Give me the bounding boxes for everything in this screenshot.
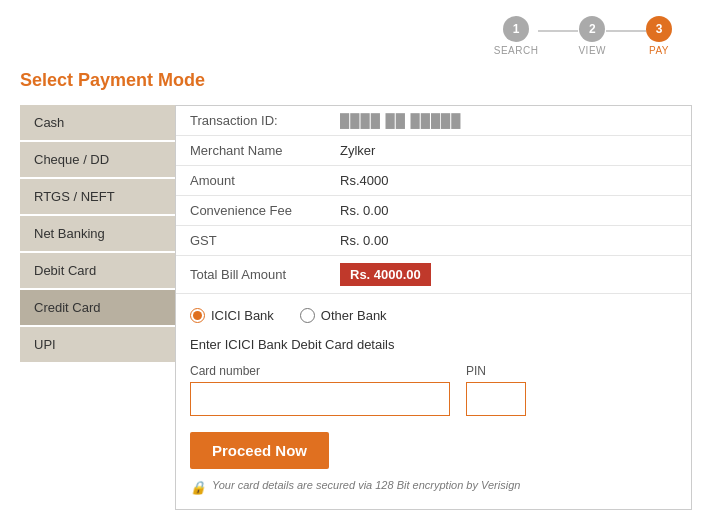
step-circle-pay: 3	[646, 16, 672, 42]
content-panel: Transaction ID: ████ ██ █████ Merchant N…	[175, 105, 692, 510]
pin-group: PIN	[466, 364, 526, 416]
sidebar-item-netbanking[interactable]: Net Banking	[20, 216, 175, 251]
amount-value: Rs.4000	[326, 166, 691, 196]
radio-other-label: Other Bank	[321, 308, 387, 323]
step-label-pay: PAY	[649, 45, 669, 56]
transaction-table: Transaction ID: ████ ██ █████ Merchant N…	[176, 106, 691, 294]
sidebar-item-cash[interactable]: Cash	[20, 105, 175, 140]
payment-form-area: ICICI Bank Other Bank Enter ICICI Bank D…	[176, 294, 691, 509]
table-row-amount: Amount Rs.4000	[176, 166, 691, 196]
pin-label: PIN	[466, 364, 526, 378]
step-search: 1 SEARCH	[494, 16, 539, 56]
transaction-id-value: ████ ██ █████	[326, 106, 691, 136]
steps-bar: 1 SEARCH 2 VIEW 3 PAY	[20, 16, 692, 56]
table-row-total: Total Bill Amount Rs. 4000.00	[176, 256, 691, 294]
merchant-value: Zylker	[326, 136, 691, 166]
sidebar-item-cheque[interactable]: Cheque / DD	[20, 142, 175, 177]
pin-input[interactable]	[466, 382, 526, 416]
total-label: Total Bill Amount	[176, 256, 326, 294]
radio-other[interactable]	[300, 308, 315, 323]
step-view: 2 VIEW	[578, 16, 606, 56]
fields-row: Card number PIN	[190, 364, 677, 416]
step-pay: 3 PAY	[646, 16, 672, 56]
step-label-search: SEARCH	[494, 45, 539, 56]
transaction-id-label: Transaction ID:	[176, 106, 326, 136]
table-row-convenience: Convenience Fee Rs. 0.00	[176, 196, 691, 226]
radio-option-icici[interactable]: ICICI Bank	[190, 308, 274, 323]
total-bill-amount: Rs. 4000.00	[340, 263, 431, 286]
security-note: 🔒 Your card details are secured via 128 …	[190, 479, 677, 495]
total-value-cell: Rs. 4000.00	[326, 256, 691, 294]
radio-option-other[interactable]: Other Bank	[300, 308, 387, 323]
radio-icici-label: ICICI Bank	[211, 308, 274, 323]
table-row-id: Transaction ID: ████ ██ █████	[176, 106, 691, 136]
card-number-input[interactable]	[190, 382, 450, 416]
sidebar-item-debitcard[interactable]: Debit Card	[20, 253, 175, 288]
sidebar: Cash Cheque / DD RTGS / NEFT Net Banking…	[20, 105, 175, 510]
radio-icici[interactable]	[190, 308, 205, 323]
proceed-now-button[interactable]: Proceed Now	[190, 432, 329, 469]
merchant-label: Merchant Name	[176, 136, 326, 166]
form-instruction: Enter ICICI Bank Debit Card details	[190, 337, 677, 352]
page-container: 1 SEARCH 2 VIEW 3 PAY Select Payment Mod…	[0, 0, 712, 520]
card-number-label: Card number	[190, 364, 450, 378]
gst-label: GST	[176, 226, 326, 256]
card-number-group: Card number	[190, 364, 450, 416]
amount-label: Amount	[176, 166, 326, 196]
sidebar-item-creditcard[interactable]: Credit Card	[20, 290, 175, 325]
convenience-label: Convenience Fee	[176, 196, 326, 226]
step-circle-search: 1	[503, 16, 529, 42]
table-row-gst: GST Rs. 0.00	[176, 226, 691, 256]
step-connector-2	[606, 30, 646, 32]
convenience-value: Rs. 0.00	[326, 196, 691, 226]
gst-value: Rs. 0.00	[326, 226, 691, 256]
page-title: Select Payment Mode	[20, 70, 692, 91]
step-circle-view: 2	[579, 16, 605, 42]
sidebar-item-upi[interactable]: UPI	[20, 327, 175, 362]
step-connector-1	[538, 30, 578, 32]
sidebar-item-rtgs[interactable]: RTGS / NEFT	[20, 179, 175, 214]
main-layout: Cash Cheque / DD RTGS / NEFT Net Banking…	[20, 105, 692, 510]
security-text: Your card details are secured via 128 Bi…	[212, 479, 520, 491]
lock-icon: 🔒	[190, 480, 206, 495]
bank-radio-group: ICICI Bank Other Bank	[190, 308, 677, 323]
table-row-merchant: Merchant Name Zylker	[176, 136, 691, 166]
step-label-view: VIEW	[578, 45, 606, 56]
